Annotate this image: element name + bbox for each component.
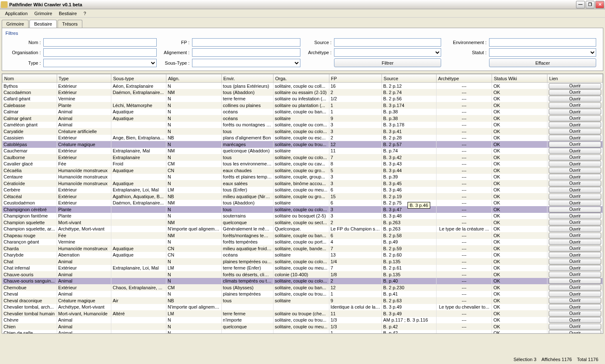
col-header[interactable]: Sous-type bbox=[111, 74, 166, 83]
tab-grimoire[interactable]: Grimoire bbox=[2, 20, 29, 28]
ouvrir-button[interactable]: Ouvrir bbox=[549, 285, 601, 291]
table-row[interactable]: Chat infernalExtérieurExtraplanaire, Loi… bbox=[3, 265, 603, 272]
ouvrir-button[interactable]: Ouvrir bbox=[549, 148, 601, 154]
table-row[interactable]: Chien de selleAnimalN1B. p.42---OKOuvrir bbox=[3, 330, 603, 334]
table-row[interactable]: Chauve-sourisAnimalNforêts ou déserts, c… bbox=[3, 271, 603, 278]
nom-input[interactable] bbox=[43, 38, 157, 47]
menu-?[interactable]: ? bbox=[80, 10, 89, 17]
table-row[interactable]: ChardaHumanoïde monstrueuxAquatiqueCNmil… bbox=[3, 245, 603, 252]
soustype-select[interactable] bbox=[192, 59, 300, 67]
table-row[interactable]: Cheval draconiqueCréature magiqueAirNBto… bbox=[3, 297, 603, 304]
table-row[interactable]: CeustodaémonExtérieurDaémon, Extraplanai… bbox=[3, 200, 603, 207]
ouvrir-button[interactable]: Ouvrir bbox=[549, 317, 601, 323]
ouvrir-button[interactable]: Ouvrir bbox=[549, 324, 601, 330]
ouvrir-button[interactable]: Ouvrir bbox=[549, 200, 601, 206]
minimize-button[interactable]: — bbox=[576, 1, 585, 8]
table-row[interactable]: ChernobueExtérieurChaos, Extraplanaire, … bbox=[3, 284, 603, 291]
table-row[interactable]: ChienAnimalNquelconquesolitaire, couple … bbox=[3, 323, 603, 330]
fp-input[interactable] bbox=[192, 38, 300, 47]
ouvrir-button[interactable]: Ouvrir bbox=[549, 278, 601, 284]
alignement-input[interactable] bbox=[192, 48, 300, 57]
ouvrir-button[interactable]: Ouvrir bbox=[549, 187, 601, 193]
ouvrir-button[interactable]: Ouvrir bbox=[549, 115, 601, 121]
ouvrir-button[interactable]: Ouvrir bbox=[549, 168, 601, 173]
table-row[interactable]: Champion squeletteMort-vivantNMquelconqu… bbox=[3, 219, 603, 226]
table-row[interactable]: CentaureHumanoïde monstrueuxNforêts et p… bbox=[3, 174, 603, 181]
table-row[interactable]: CaryatideCréature artificielleNtoussolit… bbox=[3, 128, 603, 135]
menu-bestiaire[interactable]: Bestiaire bbox=[55, 10, 80, 17]
ouvrir-button[interactable]: Ouvrir bbox=[549, 89, 601, 95]
ouvrir-button[interactable]: Ouvrir bbox=[549, 226, 601, 232]
ouvrir-button[interactable]: Ouvrir bbox=[549, 174, 601, 180]
ouvrir-button[interactable]: Ouvrir bbox=[549, 304, 601, 310]
table-row[interactable]: CalmarAnimalAquatiqueNocéanssolitaire, c… bbox=[3, 109, 603, 115]
table-row[interactable]: Champignon cérébréPlanteNtoussolitaire, … bbox=[3, 206, 603, 213]
effacer-button[interactable]: Effacer bbox=[489, 58, 596, 67]
table-row[interactable]: CauchemarExtérieurExtraplanaire, MalNMqu… bbox=[3, 148, 603, 155]
statut-select[interactable] bbox=[489, 48, 596, 57]
table-row[interactable]: CératioïdeHumanoïde monstrueuxAquatiqueN… bbox=[3, 180, 603, 187]
ouvrir-button[interactable]: Ouvrir bbox=[549, 233, 601, 238]
col-header[interactable]: Orga. bbox=[273, 74, 329, 83]
close-button[interactable]: ✕ bbox=[595, 1, 604, 8]
ouvrir-button[interactable]: Ouvrir bbox=[549, 252, 601, 258]
table-row[interactable]: Chauve-souris sanguin...AnimalNclimats t… bbox=[3, 278, 603, 285]
archetype-select[interactable] bbox=[334, 48, 441, 57]
table-row[interactable]: CerbèreExtérieurExtraplanaire, Loi, MalL… bbox=[3, 187, 603, 194]
col-header[interactable]: FP bbox=[329, 74, 381, 83]
table-row[interactable]: Chevalier tombal, arch...Archétype, Mort… bbox=[3, 304, 603, 311]
maximize-button[interactable]: ❐ bbox=[586, 1, 594, 8]
table-row[interactable]: CharybdeAberrationAquatiqueCNocéanssolit… bbox=[3, 252, 603, 259]
ouvrir-button[interactable]: Ouvrir bbox=[549, 220, 601, 225]
col-header[interactable]: Archétype bbox=[436, 74, 492, 83]
tab-bestiaire[interactable]: Bestiaire bbox=[29, 20, 57, 28]
table-row[interactable]: Chevalier tombal humainMort-vivant, Huma… bbox=[3, 310, 603, 317]
table-row[interactable]: ChevalAnimalNplaines tempéréessolitaire,… bbox=[3, 291, 603, 298]
table-row[interactable]: CécaéliaHumanoïde monstrueuxAquatiqueCNe… bbox=[3, 167, 603, 174]
menu-application[interactable]: Application bbox=[2, 10, 31, 17]
table-row[interactable]: BythosExtérieurAéon, ExtraplanaireNtous … bbox=[3, 83, 603, 89]
ouvrir-button[interactable]: Ouvrir bbox=[549, 141, 601, 147]
table-row[interactable]: CassisienExtérieurAnge, Bien, Extraplana… bbox=[3, 135, 603, 141]
ouvrir-button[interactable]: Ouvrir bbox=[549, 83, 601, 89]
table-row[interactable]: CacodaémonExtérieurDaémon, Extraplanaire… bbox=[3, 89, 603, 96]
table-row[interactable]: ChèvreAnimalNn'importesolitaire, couple … bbox=[3, 317, 603, 324]
ouvrir-button[interactable]: Ouvrir bbox=[549, 259, 601, 264]
source-input[interactable] bbox=[334, 38, 441, 47]
type-select[interactable] bbox=[43, 59, 157, 67]
ouvrir-button[interactable]: Ouvrir bbox=[549, 246, 601, 251]
table-row[interactable]: ChatAnimalNplaines tempérées ou c...soli… bbox=[3, 258, 603, 265]
col-header[interactable]: Lien bbox=[547, 74, 603, 83]
ouvrir-button[interactable]: Ouvrir bbox=[549, 272, 601, 278]
table-row[interactable]: CétacéalExtérieurAgathion, Aquatique, B.… bbox=[3, 193, 603, 200]
filtrer-button[interactable]: Filtrer bbox=[334, 58, 441, 67]
tab-trésors[interactable]: Trésors bbox=[58, 20, 82, 28]
ouvrir-button[interactable]: Ouvrir bbox=[549, 207, 601, 212]
ouvrir-button[interactable]: Ouvrir bbox=[549, 194, 601, 199]
ouvrir-button[interactable]: Ouvrir bbox=[549, 311, 601, 317]
table-row[interactable]: Charançon géantVermineNforêts tempéréess… bbox=[3, 239, 603, 246]
ouvrir-button[interactable]: Ouvrir bbox=[549, 239, 601, 245]
table-row[interactable]: Champignon fantômePlanteNsouterrainssoli… bbox=[3, 213, 603, 220]
table-row[interactable]: CatoblépasCréature magiqueNmarécagessoli… bbox=[3, 141, 603, 148]
organisation-input[interactable] bbox=[43, 48, 157, 57]
col-header[interactable]: Align. bbox=[166, 74, 221, 83]
col-header[interactable]: Nom bbox=[3, 74, 57, 83]
col-header[interactable]: Status Wiki bbox=[492, 74, 547, 83]
ouvrir-button[interactable]: Ouvrir bbox=[549, 155, 601, 160]
col-header[interactable]: Envir. bbox=[221, 74, 273, 83]
environnement-input[interactable] bbox=[489, 38, 596, 47]
table-row[interactable]: Cafard géantVermineNterre fermesolitaire… bbox=[3, 96, 603, 102]
table-row[interactable]: Calmar géantAnimalAquatiqueNocéanssolita… bbox=[3, 115, 603, 122]
col-header[interactable]: Source bbox=[382, 74, 437, 83]
ouvrir-button[interactable]: Ouvrir bbox=[549, 181, 601, 186]
ouvrir-button[interactable]: Ouvrir bbox=[549, 291, 601, 297]
menu-grimoire[interactable]: Grimoire bbox=[31, 10, 55, 17]
ouvrir-button[interactable]: Ouvrir bbox=[549, 109, 601, 115]
ouvrir-button[interactable]: Ouvrir bbox=[549, 265, 601, 271]
ouvrir-button[interactable]: Ouvrir bbox=[549, 135, 601, 141]
ouvrir-button[interactable]: Ouvrir bbox=[549, 96, 601, 102]
table-row[interactable]: Chapeau rougeFéeNMforêts/montagnes temp.… bbox=[3, 232, 603, 239]
ouvrir-button[interactable]: Ouvrir bbox=[549, 298, 601, 304]
ouvrir-button[interactable]: Ouvrir bbox=[549, 161, 601, 167]
